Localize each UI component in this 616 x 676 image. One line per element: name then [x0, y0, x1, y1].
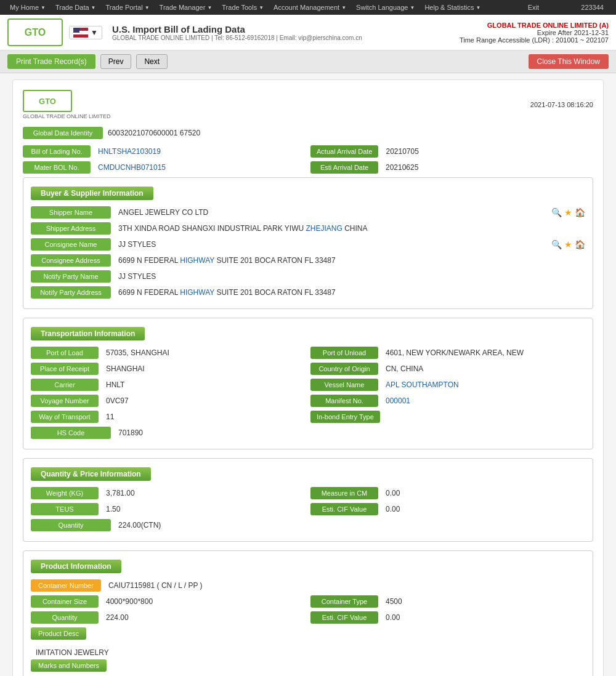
- mater-bol-label: Mater BOL No.: [23, 161, 91, 174]
- consignee-address-label: Consignee Address: [31, 254, 111, 267]
- cif-label: Esti. CIF Value: [310, 503, 378, 515]
- notify-party-address-row: Notify Party Address 6699 N FEDERAL HIGH…: [31, 286, 585, 299]
- teus-value: 1.50: [103, 504, 306, 515]
- product-heading: Product Information: [31, 560, 121, 573]
- record-card: GTO GLOBAL TRADE ONLINE LIMITED 2021-07-…: [12, 79, 604, 676]
- hs-code-label: HS Code: [31, 427, 111, 439]
- vessel-field: Vessel Name APL SOUTHAMPTON: [310, 379, 585, 391]
- consignee-address-row: Consignee Address 6699 N FEDERAL HIGHWAY…: [31, 254, 585, 267]
- inbond-value: [385, 416, 585, 418]
- search-icon[interactable]: 🔍: [551, 207, 562, 217]
- measure-value: 0.00: [383, 488, 585, 499]
- way-transport-value: 11: [103, 411, 306, 422]
- way-transport-field: Way of Transport 11: [31, 411, 306, 423]
- notify-party-name-row: Notify Party Name JJ STYLES: [31, 270, 585, 283]
- star-icon[interactable]: ★: [564, 207, 572, 217]
- product-desc-button[interactable]: Product Desc: [31, 627, 86, 640]
- shipper-address-label: Shipper Address: [31, 222, 111, 235]
- flag-selector[interactable]: ▼: [69, 26, 102, 39]
- nav-trade-tools[interactable]: Trade Tools ▼: [217, 0, 269, 15]
- port-load-label: Port of Load: [31, 347, 99, 359]
- quantity-price-heading: Quantity & Price Information: [31, 467, 151, 481]
- prod-quantity-label: Quantity: [31, 611, 99, 624]
- chevron-down-icon: ▼: [476, 5, 480, 10]
- weight-value: 3,781.00: [103, 488, 306, 499]
- chevron-down-icon: ▼: [341, 5, 346, 10]
- notify-party-address-value: 6699 N FEDERAL HIGHWAY SUITE 201 BOCA RA…: [116, 287, 585, 298]
- transportation-heading: Transportation Information: [31, 327, 145, 340]
- country-origin-field: Country of Origin CN, CHINA: [310, 363, 585, 375]
- home-icon[interactable]: 🏠: [575, 207, 585, 217]
- star-icon[interactable]: ★: [564, 239, 572, 249]
- main-content: GTO GLOBAL TRADE ONLINE LIMITED 2021-07-…: [0, 73, 616, 676]
- nav-exit[interactable]: Exit: [523, 0, 544, 15]
- mater-bol-field: Mater BOL No. CMDUCNHB071015: [23, 161, 306, 174]
- shipper-address-row: Shipper Address 3TH XINDA ROAD SHANGXI I…: [31, 222, 585, 235]
- vessel-label: Vessel Name: [310, 379, 378, 391]
- quantity-row: Quantity 224.00(CTN): [31, 519, 585, 531]
- product-desc-text: IMITATION JEWELRY: [31, 646, 585, 659]
- global-identity-row: Global Data Identity 60032021070600001 6…: [23, 127, 593, 139]
- place-receipt-value: SHANGHAI: [103, 363, 306, 374]
- chevron-down-icon: ▼: [145, 5, 150, 10]
- nav-my-home[interactable]: My Home ▼: [5, 0, 51, 15]
- port-unload-value: 4601, NEW YORK/NEWARK AREA, NEW: [383, 347, 585, 358]
- inbond-field: In-bond Entry Type: [310, 411, 585, 423]
- consignee-name-row: Consignee Name JJ STYLES 🔍 ★ 🏠: [31, 238, 585, 251]
- chevron-down-icon: ▼: [207, 5, 212, 10]
- nav-trade-data[interactable]: Trade Data ▼: [51, 0, 101, 15]
- consignee-name-label: Consignee Name: [31, 238, 111, 251]
- prod-quantity-value: 224.00: [103, 612, 306, 623]
- logo-area: GTO: [7, 18, 63, 46]
- bol-label: Bill of Lading No.: [23, 145, 91, 158]
- user-id: 223344: [581, 4, 611, 11]
- shipper-name-value: ANGEL JEWELRY CO LTD: [116, 207, 541, 218]
- nav-account-mgmt[interactable]: Account Management ▼: [269, 0, 351, 15]
- marks-row: Marks and Numbers: [31, 659, 585, 674]
- prod-cif-value: 0.00: [383, 612, 585, 623]
- shipper-name-label: Shipper Name: [31, 206, 111, 219]
- nav-switch-lang[interactable]: Switch Language ▼: [351, 0, 419, 15]
- record-logo-box: GTO: [23, 90, 72, 112]
- chevron-down-icon: ▼: [259, 5, 264, 10]
- carrier-value: HNLT: [103, 379, 306, 390]
- measure-label: Measure in CM: [310, 487, 378, 499]
- home-icon[interactable]: 🏠: [575, 239, 585, 249]
- search-icon[interactable]: 🔍: [551, 239, 562, 249]
- close-window-button[interactable]: Close This Window: [529, 54, 609, 69]
- carrier-vessel-row: Carrier HNLT Vessel Name APL SOUTHAMPTON: [31, 379, 585, 391]
- teus-cif-row: TEUS 1.50 Esti. CIF Value 0.00: [31, 503, 585, 515]
- manifest-label: Manifest No.: [310, 395, 378, 407]
- chevron-down-icon: ▼: [91, 5, 96, 10]
- container-number-value: CAIU7115981 ( CN / L / PP ): [106, 580, 585, 591]
- marks-button[interactable]: Marks and Numbers: [31, 659, 107, 672]
- notify-party-address-label: Notify Party Address: [31, 286, 111, 299]
- mater-bol-value: CMDUCNHB071015: [95, 162, 306, 173]
- voyage-manifest-row: Voyage Number 0VC97 Manifest No. 000001: [31, 395, 585, 407]
- record-header: GTO GLOBAL TRADE ONLINE LIMITED 2021-07-…: [23, 90, 593, 119]
- page-title-area: U.S. Import Bill of Lading Data GLOBAL T…: [112, 24, 362, 41]
- receipt-origin-row: Place of Receipt SHANGHAI Country of Ori…: [31, 363, 585, 375]
- bol-value: HNLTSHA2103019: [95, 146, 306, 157]
- container-size-field: Container Size 4000*900*800: [31, 595, 306, 608]
- time-range: Time Range Accessible (LDR) : 201001 ~ 2…: [460, 36, 609, 44]
- esti-arrival-label: Esti Arrival Date: [310, 161, 378, 174]
- print-button[interactable]: Print Trade Record(s): [7, 54, 95, 69]
- container-number-button[interactable]: Container Number: [31, 579, 101, 592]
- teus-label: TEUS: [31, 503, 99, 515]
- container-size-type-row: Container Size 4000*900*800 Container Ty…: [31, 595, 585, 608]
- actual-arrival-label: Actual Arrival Date: [310, 145, 378, 158]
- manifest-field: Manifest No. 000001: [310, 395, 585, 407]
- country-origin-label: Country of Origin: [310, 363, 378, 375]
- next-button[interactable]: Next: [136, 54, 168, 69]
- page-subtitle: GLOBAL TRADE ONLINE LIMITED | Tel: 86-51…: [112, 34, 362, 41]
- container-size-value: 4000*900*800: [103, 596, 306, 607]
- place-receipt-label: Place of Receipt: [31, 363, 99, 375]
- top-navigation: My Home ▼ Trade Data ▼ Trade Portal ▼ Tr…: [0, 0, 616, 15]
- nav-help-stats[interactable]: Help & Statistics ▼: [419, 0, 485, 15]
- nav-trade-portal[interactable]: Trade Portal ▼: [101, 0, 155, 15]
- page-title: U.S. Import Bill of Lading Data: [112, 24, 362, 34]
- nav-trade-manager[interactable]: Trade Manager ▼: [155, 0, 217, 15]
- chevron-down-icon: ▼: [41, 5, 46, 10]
- prev-button[interactable]: Prev: [100, 54, 132, 69]
